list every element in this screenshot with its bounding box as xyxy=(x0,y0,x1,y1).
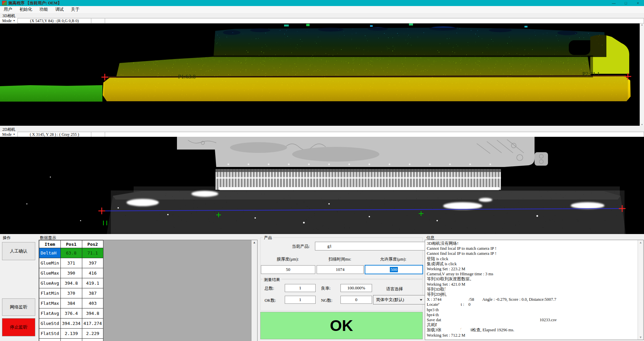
network-listen-button[interactable]: 网络监听 xyxy=(2,298,35,316)
table-row[interactable]: FlatMin370387 xyxy=(39,288,103,298)
item-cell: FlatMin xyxy=(39,288,61,298)
maximize-button[interactable]: □ xyxy=(620,0,632,6)
item-cell: FlatMax xyxy=(39,298,61,308)
scroll-up-icon[interactable]: ▲ xyxy=(253,241,256,244)
redaction-blob xyxy=(446,297,462,302)
grayscale-2d-image xyxy=(0,137,644,234)
value-cell: 394.8 xyxy=(60,278,82,288)
item-cell: DeltaH xyxy=(39,248,61,258)
info-log-scrollbar[interactable]: ▲ ▼ xyxy=(638,240,643,340)
app-icon xyxy=(2,1,7,5)
camera3d-section-label: 3D相机 xyxy=(2,13,15,18)
log-line: Working Set : 712.2 M xyxy=(427,333,638,338)
value-cell: 384 xyxy=(60,298,82,308)
table-row[interactable]: GlueAvg394.8419.1 xyxy=(39,278,103,288)
table-row[interactable]: DeltaH63.871.1 xyxy=(39,248,103,258)
yield-label: 良率: xyxy=(321,286,330,291)
camera2d-mode-button[interactable]: Mode ▼ xyxy=(0,132,17,137)
scroll-down-icon[interactable]: ▼ xyxy=(639,336,642,339)
column-header[interactable]: Item xyxy=(39,240,61,248)
log-line: Cannot find local IP to match camera IP … xyxy=(427,251,638,256)
menu-debug[interactable]: 调试 xyxy=(52,6,67,13)
operation-panel-label: 操作 xyxy=(3,235,11,241)
window-title: 测高程序 【当前用户: OEM】 xyxy=(8,0,62,6)
title-bar: 测高程序 【当前用户: OEM】 — □ × xyxy=(0,0,644,6)
item-cell: GlueMin xyxy=(39,258,61,268)
table-row[interactable]: FlatStd2.1392.229 xyxy=(39,329,103,339)
table-row[interactable]: GlueMax390416 xyxy=(39,268,103,278)
mode-label: Mode xyxy=(2,132,12,137)
value-cell: 371 xyxy=(60,258,82,268)
camera3d-image-view[interactable]: P1:63.8 P2:71.1 ▲▼ xyxy=(0,23,644,126)
value-cell: 390 xyxy=(60,268,82,278)
allowed-thickness-label: 允许厚度(μm): xyxy=(365,257,422,262)
ng-count-label: NG数: xyxy=(321,298,332,303)
value-cell: 419.1 xyxy=(82,278,103,288)
product-panel: 产品 当前产品: g1 膜厚度(μm): 扫描时间ms: 允许厚度(μm): 5… xyxy=(260,237,423,279)
value-cell: 2.229 xyxy=(82,329,103,339)
table-header-row: ItemPos1Pos2 xyxy=(39,240,103,248)
value-cell: 7966.7 xyxy=(82,339,103,341)
allowed-thickness-input[interactable]: 500 xyxy=(365,265,423,274)
value-cell: 387 xyxy=(82,288,103,298)
camera3d-statusbar-cell xyxy=(105,18,644,23)
film-thickness-input[interactable]: 50 xyxy=(261,265,315,274)
value-cell: 2583.5 xyxy=(60,339,82,341)
scroll-down-icon[interactable]: ▼ xyxy=(641,123,643,126)
table-row[interactable]: FlatAvg376.4394.8 xyxy=(39,308,103,319)
menu-user[interactable]: 用户 xyxy=(0,6,16,13)
camera2d-statusbar-cell xyxy=(91,132,105,137)
data-grid-scrollbar[interactable]: ▲ xyxy=(251,240,257,341)
redaction-blob xyxy=(439,302,457,318)
info-log[interactable]: 3D相机没有网络!Cannot find local IP to match c… xyxy=(425,240,644,340)
total-input[interactable]: 1 xyxy=(285,284,316,292)
log-line: 等到3D取到灰度图数据。 xyxy=(427,277,638,282)
minimize-button[interactable]: — xyxy=(608,0,620,6)
item-cell: GlueStd xyxy=(39,319,61,329)
table-row[interactable]: FlatMax384403 xyxy=(39,298,103,308)
total-label: 总数: xyxy=(265,286,274,291)
menu-initialize[interactable]: 初始化 xyxy=(16,6,36,13)
column-header[interactable]: Pos1 xyxy=(60,240,82,248)
camera3d-coordinates: (X 5473,Y 84) : (R 0,G 0,B 0) xyxy=(17,18,91,23)
manual-confirm-button[interactable]: 人工确认 xyxy=(2,242,35,260)
scan-time-label: 扫描时间ms: xyxy=(317,257,363,262)
log-line: Cannot find local IP to match camera IP … xyxy=(427,246,638,251)
log-line: Working Set : 223.2 M xyxy=(427,267,638,272)
camera3d-mode-button[interactable]: Mode ▼ xyxy=(0,18,17,23)
value-cell: 397 xyxy=(82,258,103,268)
language-select-dropdown[interactable]: 简体中文(默认) xyxy=(373,295,425,304)
log-line: 登陆 is click xyxy=(427,257,638,262)
menu-about[interactable]: 关于 xyxy=(67,6,83,13)
camera3d-scrollbar[interactable]: ▲▼ xyxy=(640,23,644,126)
redaction-blob xyxy=(442,328,455,333)
ng-count-input[interactable]: 0 xyxy=(340,296,372,304)
selected-text: 500 xyxy=(390,267,398,272)
results-panel-label: 测量结果 xyxy=(263,277,281,283)
table-row[interactable]: X2583.57966.7 xyxy=(39,339,103,341)
value-cell: 63.8 xyxy=(60,248,82,258)
camera2d-section-label: 2D相机 xyxy=(2,127,15,131)
table-row[interactable]: GlueMin371397 xyxy=(39,258,103,268)
log-line: CameraLV array to HImage time : 3 ms xyxy=(427,272,638,277)
log-line: 集成调试 is click xyxy=(427,262,638,267)
heightmap-3d-image: P1:63.8 P2:71.1 xyxy=(0,23,644,126)
value-cell: 394.8 xyxy=(82,308,103,319)
scroll-up-icon[interactable]: ▲ xyxy=(641,23,643,26)
table-row[interactable]: GlueStd394.234417.274 xyxy=(39,319,103,329)
scroll-up-icon[interactable]: ▲ xyxy=(639,241,642,244)
camera2d-image-view[interactable] xyxy=(0,137,644,234)
menu-function[interactable]: 功能 xyxy=(36,6,52,13)
language-select-label: 语言选择 xyxy=(386,286,403,292)
stop-listen-button[interactable]: 停止监听 xyxy=(2,318,35,336)
yield-input[interactable]: 100.000% xyxy=(340,284,372,292)
scan-time-input[interactable]: 1074 xyxy=(317,265,364,274)
column-header[interactable]: Pos2 xyxy=(82,240,103,248)
redaction-blob xyxy=(445,286,475,296)
close-button[interactable]: × xyxy=(632,0,644,6)
ok-count-input[interactable]: 1 xyxy=(285,296,316,304)
status-banner: OK xyxy=(260,312,423,339)
current-product-input[interactable]: g1 xyxy=(315,242,433,250)
data-grid[interactable]: ItemPos1Pos2 DeltaH63.871.1GlueMin371397… xyxy=(39,240,258,341)
results-panel: 测量结果 总数: 1 良率: 100.000% 语言选择 OK数: 1 NG数:… xyxy=(260,279,423,311)
